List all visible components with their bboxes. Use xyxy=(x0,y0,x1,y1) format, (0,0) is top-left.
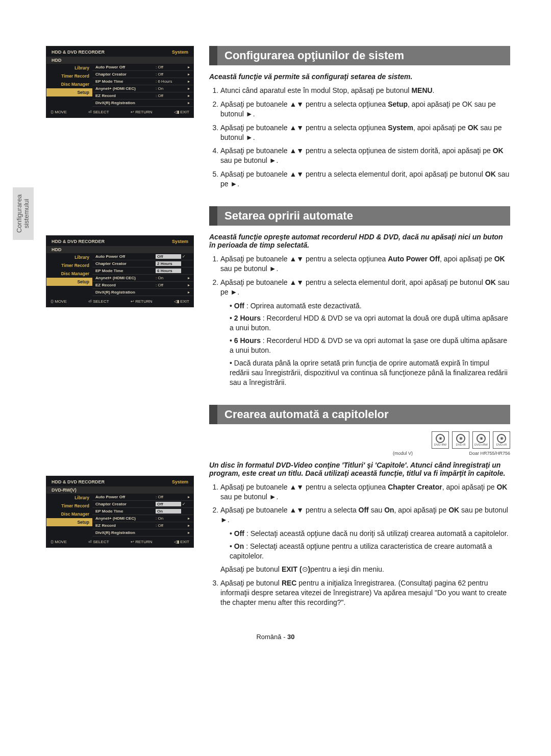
hint-return: ↩ RETURN xyxy=(131,299,153,304)
osd-menu: Library Timer Record Disc Manager Setup xyxy=(46,253,92,296)
osd-list-3: Auto Power Off: Off▸Chapter CreatorOff✓E… xyxy=(92,494,193,536)
menu-timer: Timer Record xyxy=(46,502,92,510)
osd-header: HDD & DVD RECORDER xyxy=(52,479,105,484)
osd-row: EZ Record: Off▸ xyxy=(92,522,193,529)
heading-auto-power-off: Setarea opririi automate xyxy=(217,206,510,226)
step-item: Apăsaţi pe butoanele ▲▼ pentru a selecta… xyxy=(220,123,510,142)
osd-row: DivX(R) Registration▸ xyxy=(92,100,193,107)
page-layout: Configurarea sistemului HDD & DVD RECORD… xyxy=(41,46,510,625)
disc-label: DVD-RW xyxy=(434,443,447,446)
step-item: Apăsaţi pe butoanele ▲▼ pentru a selecta… xyxy=(220,146,510,165)
osd-screenshot-2: HDD & DVD RECORDERSystem HDD Library Tim… xyxy=(46,235,194,307)
menu-setup-selected: Setup xyxy=(46,88,92,96)
footer-sep: - xyxy=(282,633,288,641)
disc-label: DVD+R xyxy=(496,443,507,446)
step-item: Apăsaţi pe butoanele ▲▼ pentru a selecta… xyxy=(220,482,510,502)
step-item: Apăsaţi pe butoanele ▲▼ pentru a selecta… xyxy=(220,169,510,189)
osd-bottom: ⟨⟩ MOVE ⏎ SELECT ↩ RETURN ◁▮ EXIT xyxy=(46,107,193,114)
step-item: Atunci când aparatul este în modul Stop,… xyxy=(220,86,510,95)
osd-row: Chapter Creator: Off▸ xyxy=(92,71,193,78)
disc-label: DVD-R xyxy=(456,443,466,446)
osd-row: Auto Power OffOff✓ xyxy=(92,253,193,260)
disc-icons: ◉DVD-RW ◉DVD-R ◉DVD+RW ◉DVD+R xyxy=(209,431,510,449)
osd-row: Anynet+ (HDMI CEC): On▸ xyxy=(92,85,193,92)
osd-screenshot-3: HDD & DVD RECORDERSystem DVD-RW(V) Libra… xyxy=(46,476,194,548)
menu-disc: Disc Manager xyxy=(46,80,92,88)
subtitle-2: Această funcţie opreşte automat recorder… xyxy=(209,233,510,249)
disc-label: DVD+RW xyxy=(474,443,488,446)
right-column: Configurarea opţiunilor de sistem Aceast… xyxy=(209,46,510,625)
osd-row: EZ Record: Off▸ xyxy=(92,282,193,289)
step-item: Apăsaţi pe butoanele ▲▼ pentru a selecta… xyxy=(220,278,510,297)
osd-row: DivX(R) Registration▸ xyxy=(92,529,193,536)
disc-dvd-plus-rw-icon: ◉DVD+RW xyxy=(472,431,490,449)
bullet-item: Dacă durata până la oprire setată prin f… xyxy=(230,358,510,387)
osd-system-label: System xyxy=(172,50,188,55)
side-tab: Configurarea sistemului xyxy=(13,187,34,240)
steps-1: Atunci când aparatul este în modul Stop,… xyxy=(209,86,510,189)
menu-timer: Timer Record xyxy=(46,72,92,80)
side-tab-line2: sistemului xyxy=(22,199,30,229)
hint-select: ⏎ SELECT xyxy=(88,299,109,304)
section-chapter-creator: Crearea automată a capitolelor ◉DVD-RW ◉… xyxy=(209,405,510,607)
osd-row: Chapter Creator2 Hours xyxy=(92,260,193,267)
subtitle-3: Un disc în formatul DVD-Video conţine 'T… xyxy=(209,461,510,477)
osd-row: EP Mode Time6 Hours xyxy=(92,267,193,275)
menu-disc: Disc Manager xyxy=(46,270,92,278)
osd-row: EP Mode Time: 6 Hours▸ xyxy=(92,78,193,85)
hint-exit: ◁▮ EXIT xyxy=(174,540,189,544)
step-3-extra: Apăsaţi pe butonul REC pentru a iniţiali… xyxy=(209,578,510,607)
osd-system-label: System xyxy=(172,239,188,244)
hint-move: ⟨⟩ MOVE xyxy=(51,540,67,544)
hint-return: ↩ RETURN xyxy=(131,540,153,544)
disc-cap-right: Doar HR755/HR756 xyxy=(469,451,510,456)
side-tab-line1: Configurarea xyxy=(15,194,23,233)
menu-setup-selected: Setup xyxy=(46,518,92,526)
osd-row: DivX(R) Registration▸ xyxy=(92,289,193,296)
steps-2: Apăsaţi pe butoanele ▲▼ pentru a selecta… xyxy=(209,254,510,297)
disc-cap-left: (modul V) xyxy=(393,451,413,456)
osd-bottom: ⟨⟩ MOVE ⏎ SELECT ↩ RETURN ◁▮ EXIT xyxy=(46,536,193,544)
osd-list-1: Auto Power Off: Off▸Chapter Creator: Off… xyxy=(92,64,193,107)
subtitle-1: Această funcţie vă permite să configuraţ… xyxy=(209,72,510,81)
bullet-item: Off : Selectaţi această opţiune dacă nu … xyxy=(230,529,510,539)
osd-menu: Library Timer Record Disc Manager Setup xyxy=(46,494,92,536)
bullet-item: 2 Hours : Recorderul HDD & DVD se va opr… xyxy=(230,313,510,333)
heading-configure-system: Configurarea opţiunilor de sistem xyxy=(217,46,510,65)
menu-setup-selected: Setup xyxy=(46,278,92,286)
disc-captions: (modul V) Doar HR755/HR756 xyxy=(209,451,510,456)
bullets-3: Off : Selectaţi această opţiune dacă nu … xyxy=(209,529,510,561)
disc-dvd-r-icon: ◉DVD-R xyxy=(452,431,469,449)
menu-library: Library xyxy=(46,494,92,502)
hint-select: ⏎ SELECT xyxy=(88,110,109,114)
footer-page: 30 xyxy=(287,633,294,641)
menu-library: Library xyxy=(46,253,92,261)
step-item: Apăsaţi pe butoanele ▲▼ pentru a selecta… xyxy=(220,100,510,119)
hint-move: ⟨⟩ MOVE xyxy=(51,110,67,114)
osd-row: Anynet+ (HDMI CEC): On▸ xyxy=(92,275,193,282)
hint-return: ↩ RETURN xyxy=(131,110,153,114)
osd-screenshot-1: HDD & DVD RECORDERSystem HDD Library Tim… xyxy=(46,46,194,118)
bullet-item: On : Selectaţi această opţiune pentru a … xyxy=(230,542,510,561)
section-configure-system: Configurarea opţiunilor de sistem Aceast… xyxy=(209,46,510,189)
bullet-item: 6 Hours : Recorderul HDD & DVD se va opr… xyxy=(230,336,510,355)
menu-library: Library xyxy=(46,64,92,72)
hint-exit: ◁▮ EXIT xyxy=(174,299,189,304)
osd-list-2: Auto Power OffOff✓Chapter Creator2 Hours… xyxy=(92,253,193,296)
left-column: Configurarea sistemului HDD & DVD RECORD… xyxy=(41,46,194,625)
osd-menu: Library Timer Record Disc Manager Setup xyxy=(46,64,92,107)
menu-timer: Timer Record xyxy=(46,261,92,270)
osd-sub-1: HDD xyxy=(46,57,193,64)
menu-disc: Disc Manager xyxy=(46,510,92,518)
hint-select: ⏎ SELECT xyxy=(88,540,109,544)
hint-move: ⟨⟩ MOVE xyxy=(51,299,67,304)
osd-header: HDD & DVD RECORDER xyxy=(52,50,105,55)
osd-row: Chapter CreatorOff✓ xyxy=(92,501,193,508)
osd-row: Auto Power Off: Off▸ xyxy=(92,494,193,501)
bullet-item: Off : Oprirea automată este dezactivată. xyxy=(230,301,510,311)
osd-sub-3: DVD-RW(V) xyxy=(46,486,193,494)
hint-exit: ◁▮ EXIT xyxy=(174,110,189,114)
osd-header: HDD & DVD RECORDER xyxy=(52,239,105,244)
disc-dvd-rw-icon: ◉DVD-RW xyxy=(432,431,449,449)
osd-system-label: System xyxy=(172,479,188,484)
